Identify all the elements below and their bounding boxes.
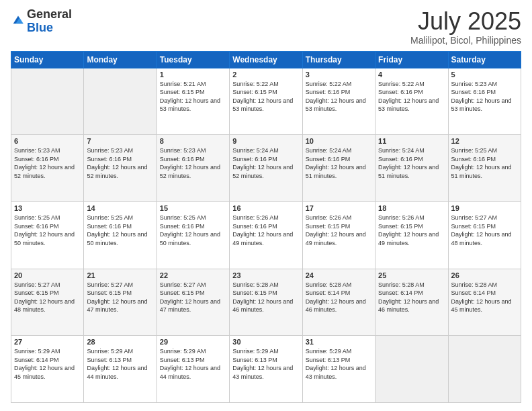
day-number: 30 xyxy=(232,338,299,346)
day-info: Sunrise: 5:29 AM Sunset: 6:13 PM Dayligh… xyxy=(306,347,372,381)
day-info: Sunrise: 5:29 AM Sunset: 6:13 PM Dayligh… xyxy=(232,347,299,381)
table-cell: 12Sunrise: 5:25 AM Sunset: 6:16 PM Dayli… xyxy=(448,135,521,202)
table-cell xyxy=(11,68,84,135)
day-number: 11 xyxy=(378,137,445,145)
col-thursday: Thursday xyxy=(302,51,375,68)
table-cell: 26Sunrise: 5:28 AM Sunset: 6:14 PM Dayli… xyxy=(448,269,521,336)
col-wednesday: Wednesday xyxy=(230,51,302,68)
day-info: Sunrise: 5:26 AM Sunset: 6:15 PM Dayligh… xyxy=(378,214,445,247)
day-number: 15 xyxy=(160,204,226,212)
table-cell: 3Sunrise: 5:22 AM Sunset: 6:16 PM Daylig… xyxy=(302,68,375,135)
table-cell: 23Sunrise: 5:28 AM Sunset: 6:15 PM Dayli… xyxy=(230,269,302,336)
table-cell: 18Sunrise: 5:26 AM Sunset: 6:15 PM Dayli… xyxy=(375,201,448,269)
day-info: Sunrise: 5:24 AM Sunset: 6:16 PM Dayligh… xyxy=(306,146,372,180)
day-info: Sunrise: 5:28 AM Sunset: 6:14 PM Dayligh… xyxy=(451,281,518,314)
day-info: Sunrise: 5:27 AM Sunset: 6:15 PM Dayligh… xyxy=(14,281,81,314)
day-info: Sunrise: 5:25 AM Sunset: 6:16 PM Dayligh… xyxy=(14,214,81,247)
table-cell: 4Sunrise: 5:22 AM Sunset: 6:16 PM Daylig… xyxy=(375,68,448,135)
day-number: 27 xyxy=(14,338,81,346)
week-row-5: 27Sunrise: 5:29 AM Sunset: 6:14 PM Dayli… xyxy=(11,336,521,403)
col-sunday: Sunday xyxy=(11,51,84,68)
day-number: 1 xyxy=(160,71,226,79)
table-cell: 6Sunrise: 5:23 AM Sunset: 6:16 PM Daylig… xyxy=(11,135,84,202)
month-title: July 2025 xyxy=(410,8,521,35)
day-number: 14 xyxy=(87,204,153,212)
day-number: 13 xyxy=(14,204,81,212)
week-row-3: 13Sunrise: 5:25 AM Sunset: 6:16 PM Dayli… xyxy=(11,201,521,269)
day-number: 7 xyxy=(87,137,153,145)
day-number: 23 xyxy=(232,271,299,279)
day-number: 2 xyxy=(232,71,299,79)
day-number: 4 xyxy=(378,71,445,79)
day-number: 19 xyxy=(451,204,518,212)
day-number: 29 xyxy=(160,338,226,346)
day-info: Sunrise: 5:25 AM Sunset: 6:16 PM Dayligh… xyxy=(160,214,226,247)
col-tuesday: Tuesday xyxy=(157,51,229,68)
logo-blue-text: Blue xyxy=(27,21,53,34)
day-info: Sunrise: 5:28 AM Sunset: 6:14 PM Dayligh… xyxy=(378,281,445,314)
table-cell: 9Sunrise: 5:24 AM Sunset: 6:16 PM Daylig… xyxy=(230,135,302,202)
page: General Blue July 2025 Malilipot, Bicol,… xyxy=(0,0,532,411)
table-cell: 31Sunrise: 5:29 AM Sunset: 6:13 PM Dayli… xyxy=(302,336,375,403)
table-cell: 8Sunrise: 5:23 AM Sunset: 6:16 PM Daylig… xyxy=(157,135,229,202)
location: Malilipot, Bicol, Philippines xyxy=(410,35,521,46)
table-cell: 17Sunrise: 5:26 AM Sunset: 6:15 PM Dayli… xyxy=(302,201,375,269)
day-info: Sunrise: 5:27 AM Sunset: 6:15 PM Dayligh… xyxy=(160,281,226,314)
table-cell: 2Sunrise: 5:22 AM Sunset: 6:15 PM Daylig… xyxy=(230,68,302,135)
table-cell: 16Sunrise: 5:26 AM Sunset: 6:16 PM Dayli… xyxy=(230,201,302,269)
day-info: Sunrise: 5:29 AM Sunset: 6:14 PM Dayligh… xyxy=(14,347,81,381)
table-cell: 25Sunrise: 5:28 AM Sunset: 6:14 PM Dayli… xyxy=(375,269,448,336)
day-number: 21 xyxy=(87,271,153,279)
logo-general-text: General xyxy=(27,7,72,21)
day-number: 3 xyxy=(306,71,372,79)
day-info: Sunrise: 5:26 AM Sunset: 6:16 PM Dayligh… xyxy=(232,214,299,247)
day-number: 17 xyxy=(306,204,372,212)
table-cell: 11Sunrise: 5:24 AM Sunset: 6:16 PM Dayli… xyxy=(375,135,448,202)
day-number: 9 xyxy=(232,137,299,145)
table-cell: 29Sunrise: 5:29 AM Sunset: 6:13 PM Dayli… xyxy=(157,336,229,403)
logo: General Blue xyxy=(11,8,72,35)
day-number: 8 xyxy=(160,137,226,145)
day-number: 5 xyxy=(451,71,518,79)
day-info: Sunrise: 5:22 AM Sunset: 6:16 PM Dayligh… xyxy=(306,80,372,113)
col-saturday: Saturday xyxy=(448,51,521,68)
week-row-4: 20Sunrise: 5:27 AM Sunset: 6:15 PM Dayli… xyxy=(11,269,521,336)
day-info: Sunrise: 5:28 AM Sunset: 6:15 PM Dayligh… xyxy=(232,281,299,314)
table-cell: 22Sunrise: 5:27 AM Sunset: 6:15 PM Dayli… xyxy=(157,269,229,336)
week-row-1: 1Sunrise: 5:21 AM Sunset: 6:15 PM Daylig… xyxy=(11,68,521,135)
title-block: July 2025 Malilipot, Bicol, Philippines xyxy=(410,8,521,46)
day-number: 31 xyxy=(306,338,372,346)
table-cell: 15Sunrise: 5:25 AM Sunset: 6:16 PM Dayli… xyxy=(157,201,229,269)
table-cell: 5Sunrise: 5:23 AM Sunset: 6:16 PM Daylig… xyxy=(448,68,521,135)
day-info: Sunrise: 5:23 AM Sunset: 6:16 PM Dayligh… xyxy=(14,146,81,180)
day-info: Sunrise: 5:24 AM Sunset: 6:16 PM Dayligh… xyxy=(232,146,299,180)
day-info: Sunrise: 5:29 AM Sunset: 6:13 PM Dayligh… xyxy=(87,347,153,381)
day-info: Sunrise: 5:27 AM Sunset: 6:15 PM Dayligh… xyxy=(87,281,153,314)
day-info: Sunrise: 5:27 AM Sunset: 6:15 PM Dayligh… xyxy=(451,214,518,247)
logo-icon xyxy=(11,13,26,28)
day-info: Sunrise: 5:25 AM Sunset: 6:16 PM Dayligh… xyxy=(87,214,153,247)
table-cell xyxy=(375,336,448,403)
table-cell xyxy=(448,336,521,403)
day-info: Sunrise: 5:29 AM Sunset: 6:13 PM Dayligh… xyxy=(160,347,226,381)
table-cell: 30Sunrise: 5:29 AM Sunset: 6:13 PM Dayli… xyxy=(230,336,302,403)
day-number: 12 xyxy=(451,137,518,145)
day-info: Sunrise: 5:26 AM Sunset: 6:15 PM Dayligh… xyxy=(306,214,372,247)
table-cell: 7Sunrise: 5:23 AM Sunset: 6:16 PM Daylig… xyxy=(84,135,157,202)
table-cell: 24Sunrise: 5:28 AM Sunset: 6:14 PM Dayli… xyxy=(302,269,375,336)
calendar: Sunday Monday Tuesday Wednesday Thursday… xyxy=(11,51,521,403)
table-cell: 1Sunrise: 5:21 AM Sunset: 6:15 PM Daylig… xyxy=(157,68,229,135)
day-number: 25 xyxy=(378,271,445,279)
day-info: Sunrise: 5:22 AM Sunset: 6:16 PM Dayligh… xyxy=(378,80,445,113)
day-info: Sunrise: 5:23 AM Sunset: 6:16 PM Dayligh… xyxy=(451,80,518,113)
day-number: 28 xyxy=(87,338,153,346)
table-cell: 10Sunrise: 5:24 AM Sunset: 6:16 PM Dayli… xyxy=(302,135,375,202)
day-info: Sunrise: 5:22 AM Sunset: 6:15 PM Dayligh… xyxy=(232,80,299,113)
table-cell: 20Sunrise: 5:27 AM Sunset: 6:15 PM Dayli… xyxy=(11,269,84,336)
table-cell: 13Sunrise: 5:25 AM Sunset: 6:16 PM Dayli… xyxy=(11,201,84,269)
table-cell: 19Sunrise: 5:27 AM Sunset: 6:15 PM Dayli… xyxy=(448,201,521,269)
col-monday: Monday xyxy=(84,51,157,68)
day-number: 24 xyxy=(306,271,372,279)
day-info: Sunrise: 5:23 AM Sunset: 6:16 PM Dayligh… xyxy=(160,146,226,180)
col-friday: Friday xyxy=(375,51,448,68)
